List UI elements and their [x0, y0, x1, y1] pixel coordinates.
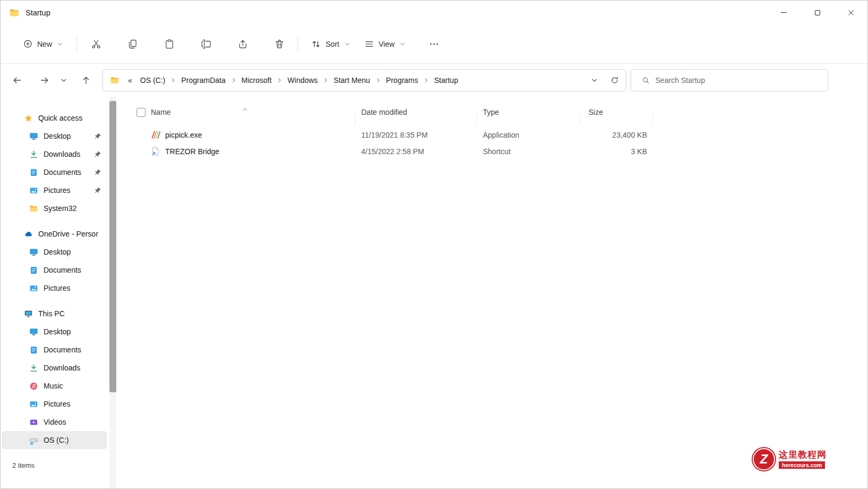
column-header-date-modified[interactable]: Date modified — [355, 108, 477, 116]
pictures-icon — [29, 400, 38, 409]
sidebar-item-pc-videos[interactable]: Videos — [2, 413, 107, 431]
rename-icon — [201, 39, 211, 49]
pin-icon — [94, 187, 101, 194]
watermark: Z 这里教程网 herecours.com — [753, 448, 827, 470]
file-type: Shortcut — [477, 147, 581, 156]
sidebar-item-pc-desktop[interactable]: Desktop — [2, 323, 107, 341]
sidebar-item-pc-pictures[interactable]: Pictures — [2, 395, 107, 413]
breadcrumb-item-startup[interactable]: Startup — [430, 73, 462, 87]
breadcrumb-item-os-c[interactable]: OS (C:) — [137, 73, 169, 87]
paste-button[interactable] — [158, 32, 181, 56]
refresh-button[interactable] — [607, 70, 623, 90]
minimize-button[interactable] — [767, 1, 801, 24]
delete-icon — [274, 39, 285, 49]
column-header-size[interactable]: Size — [581, 108, 653, 116]
file-name: TREZOR Bridge — [165, 147, 219, 156]
back-button[interactable] — [7, 70, 27, 90]
sidebar-item-quick-access[interactable]: Quick access — [2, 109, 107, 127]
chevron-down-icon — [344, 41, 351, 47]
share-button[interactable] — [231, 32, 254, 56]
select-all-checkbox[interactable] — [137, 108, 146, 117]
file-list: Name Date modified Type Size picpick.exe… — [122, 97, 867, 489]
column-header-name[interactable]: Name — [137, 108, 355, 117]
forward-button[interactable] — [35, 70, 55, 90]
up-button[interactable] — [76, 70, 96, 90]
maximize-button[interactable] — [801, 1, 834, 24]
search-input[interactable] — [656, 76, 822, 85]
folder-icon — [110, 75, 120, 85]
chevron-right-icon — [276, 77, 283, 83]
sort-icon — [311, 39, 321, 49]
sidebar-item-pc-documents[interactable]: Documents — [2, 341, 107, 359]
sidebar-section-onedrive: OneDrive - Persor Desktop Documents Pict… — [1, 225, 122, 297]
sidebar-item-downloads[interactable]: Downloads — [2, 145, 107, 163]
maximize-icon — [815, 10, 820, 15]
watermark-logo: Z — [753, 448, 775, 470]
address-bar[interactable]: « OS (C:) ProgramData Microsoft Windows … — [103, 69, 626, 91]
chevron-down-icon — [57, 41, 63, 47]
more-options-button[interactable] — [422, 32, 446, 56]
sidebar-item-system32[interactable]: System32 — [2, 199, 107, 217]
toolbar-action-icons — [84, 32, 291, 56]
file-rows: picpick.exe 11/19/2021 8:35 PM Applicati… — [137, 127, 867, 159]
item-count: 2 items — [12, 461, 35, 469]
sort-button[interactable]: Sort — [304, 33, 358, 55]
pin-icon — [94, 132, 101, 140]
breadcrumb-overflow[interactable]: « — [124, 73, 136, 87]
plus-circle-icon — [23, 39, 32, 48]
chevron-right-icon — [423, 77, 429, 83]
status-bar: 2 items — [1, 454, 35, 476]
copy-icon — [127, 39, 138, 49]
content-area: Quick access Desktop Downloads Documents — [1, 97, 867, 489]
back-icon — [12, 75, 22, 85]
chevron-right-icon — [375, 77, 381, 83]
sidebar-item-onedrive-documents[interactable]: Documents — [2, 261, 107, 279]
sidebar-item-pc-music[interactable]: Music — [2, 377, 107, 395]
sidebar-item-os-c[interactable]: OS (C:) — [2, 431, 107, 449]
sidebar-item-desktop[interactable]: Desktop — [2, 127, 107, 145]
sidebar-item-onedrive-desktop[interactable]: Desktop — [2, 243, 107, 261]
breadcrumb-item-microsoft[interactable]: Microsoft — [238, 73, 276, 87]
address-dropdown-button[interactable] — [586, 70, 602, 90]
new-button[interactable]: New — [16, 33, 70, 54]
sidebar-item-onedrive[interactable]: OneDrive - Persor — [2, 225, 107, 243]
sidebar-item-onedrive-pictures[interactable]: Pictures — [2, 279, 107, 297]
onedrive-icon — [24, 230, 33, 239]
chevron-down-icon — [60, 77, 67, 84]
search-icon — [642, 76, 650, 85]
sidebar-item-this-pc[interactable]: This PC — [2, 305, 107, 323]
chevron-down-icon — [399, 41, 406, 47]
sidebar-item-documents[interactable]: Documents — [2, 163, 107, 181]
delete-button[interactable] — [268, 32, 291, 56]
sidebar-scrollbar-thumb[interactable] — [109, 101, 116, 392]
file-row-trezor-bridge[interactable]: TREZOR Bridge 4/15/2022 2:58 PM Shortcut… — [137, 143, 867, 159]
downloads-icon — [29, 150, 38, 159]
view-icon — [364, 39, 374, 49]
close-button[interactable] — [834, 1, 867, 24]
watermark-site-name: 这里教程网 — [779, 450, 827, 460]
copy-button[interactable] — [121, 32, 144, 56]
view-button-label: View — [379, 40, 395, 48]
breadcrumb-item-start-menu[interactable]: Start Menu — [330, 73, 373, 87]
sidebar-item-pc-downloads[interactable]: Downloads — [2, 359, 107, 377]
cut-button[interactable] — [84, 32, 108, 56]
file-row-picpick[interactable]: picpick.exe 11/19/2021 8:35 PM Applicati… — [137, 127, 867, 143]
pin-icon — [94, 150, 101, 158]
desktop-icon — [29, 327, 38, 336]
file-type: Application — [477, 131, 581, 139]
recent-locations-button[interactable] — [56, 70, 72, 90]
breadcrumb-item-programs[interactable]: Programs — [382, 73, 422, 87]
sidebar-section-quick-access: Quick access Desktop Downloads Documents — [1, 109, 122, 217]
column-header-type[interactable]: Type — [477, 108, 581, 116]
sort-ascending-icon — [242, 106, 248, 113]
rename-button[interactable] — [194, 32, 218, 56]
view-button[interactable]: View — [358, 33, 413, 55]
new-button-label: New — [37, 40, 52, 48]
sidebar-item-pictures[interactable]: Pictures — [2, 181, 107, 199]
watermark-domain: herecours.com — [779, 461, 825, 469]
folder-icon — [29, 204, 38, 213]
breadcrumb-item-programdata[interactable]: ProgramData — [177, 73, 229, 87]
breadcrumb-item-windows[interactable]: Windows — [284, 73, 321, 87]
share-icon — [237, 39, 248, 49]
chevron-right-icon — [231, 77, 237, 83]
